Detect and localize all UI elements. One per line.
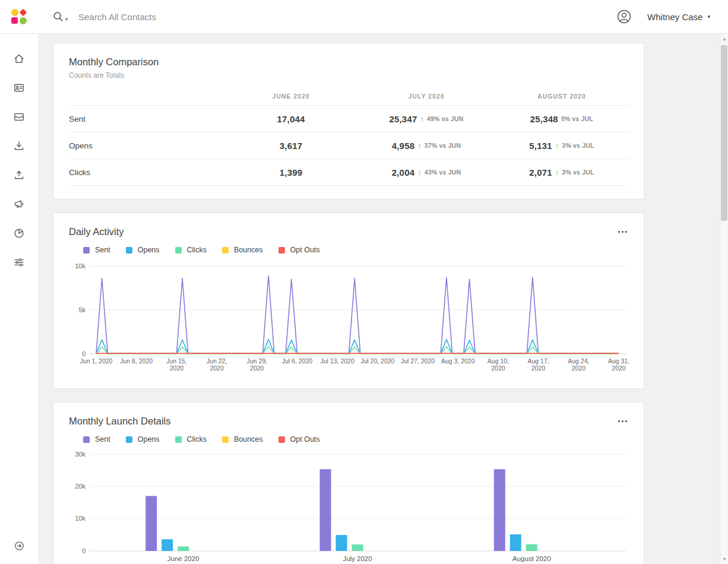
metric-delta: 49% vs JUN xyxy=(427,115,464,122)
more-options-icon[interactable] xyxy=(617,417,629,426)
legend-item-opens[interactable]: Opens xyxy=(126,435,160,443)
metric-value: 1,399 xyxy=(280,167,303,178)
svg-text:0: 0 xyxy=(82,547,86,555)
svg-text:30k: 30k xyxy=(75,451,86,458)
card-title: Daily Activity xyxy=(69,226,124,237)
metric-value: 17,044 xyxy=(277,114,305,124)
sidebar-item-settings[interactable] xyxy=(0,248,38,277)
comparison-row-sent: Sent17,04425,347↑49% vs JUN25,3480% vs J… xyxy=(69,106,628,132)
series-line-opens xyxy=(96,340,619,354)
svg-text:Jul 13, 2020: Jul 13, 2020 xyxy=(321,357,354,365)
daily-activity-card: Daily Activity SentOpensClicksBouncesOpt… xyxy=(53,213,644,389)
metric-delta: 3% vs JUL xyxy=(562,142,594,149)
svg-text:Aug 3, 2020: Aug 3, 2020 xyxy=(441,357,475,365)
card-title: Monthly Launch Details xyxy=(69,416,171,427)
svg-text:10k: 10k xyxy=(75,262,86,270)
legend-swatch-icon xyxy=(83,436,90,443)
metric-value: 25,348 xyxy=(530,114,558,124)
svg-text:Aug 31,2020: Aug 31,2020 xyxy=(608,357,629,372)
legend-label: Clicks xyxy=(187,435,207,443)
svg-text:Jun 22,2020: Jun 22,2020 xyxy=(207,357,227,372)
sidebar xyxy=(0,34,38,564)
comparison-header-june-2020: JUNE 2020 xyxy=(223,93,359,100)
legend-label: Sent xyxy=(95,246,110,254)
more-options-icon[interactable] xyxy=(617,227,629,237)
trend-up-icon: ↑ xyxy=(417,168,422,177)
legend-item-opt-outs[interactable]: Opt Outs xyxy=(278,435,320,443)
app-root: ▾ Whitney Case ▾ xyxy=(0,0,728,564)
svg-text:10k: 10k xyxy=(75,515,86,522)
legend-item-opens[interactable]: Opens xyxy=(126,246,160,254)
sidebar-item-home[interactable] xyxy=(0,44,38,73)
bar-sent-august-2020 xyxy=(494,469,505,551)
user-menu[interactable]: Whitney Case ▾ xyxy=(647,12,710,22)
legend-item-clicks[interactable]: Clicks xyxy=(175,435,207,443)
svg-text:5k: 5k xyxy=(78,306,86,313)
card-subtitle: Counts are Totals xyxy=(69,71,628,80)
bar-opens-august-2020 xyxy=(510,534,521,551)
home-icon xyxy=(13,53,25,65)
legend-item-bounces[interactable]: Bounces xyxy=(222,435,263,443)
svg-text:Aug 24,2020: Aug 24,2020 xyxy=(568,357,589,372)
sidebar-item-reports[interactable] xyxy=(0,218,38,248)
svg-text:Jun 8, 2020: Jun 8, 2020 xyxy=(120,357,153,365)
main-content: Monthly Comparison Counts are Totals JUN… xyxy=(38,34,720,564)
sidebar-item-import[interactable] xyxy=(0,131,38,160)
monthly-comparison-card: Monthly Comparison Counts are Totals JUN… xyxy=(53,43,644,199)
svg-text:June 2020: June 2020 xyxy=(167,555,200,562)
trend-up-icon: ↑ xyxy=(420,115,425,123)
metric-value: 5,131 xyxy=(529,141,552,151)
search-icon[interactable] xyxy=(52,11,64,23)
scrollbar-thumb[interactable] xyxy=(721,45,727,221)
legend-item-bounces[interactable]: Bounces xyxy=(222,246,263,254)
scrollbar-down-arrow[interactable]: ▼ xyxy=(720,555,728,563)
bar-clicks-august-2020 xyxy=(526,544,537,551)
legend-label: Opens xyxy=(138,246,160,254)
daily-activity-legend: SentOpensClicksBouncesOpt Outs xyxy=(83,246,628,254)
metric-cell: 5,131↑3% vs JUL xyxy=(494,141,629,151)
search-scope-caret-icon[interactable]: ▾ xyxy=(65,17,68,22)
bar-clicks-june-2020 xyxy=(178,546,189,551)
sidebar-item-announcements[interactable] xyxy=(0,189,38,218)
vertical-scrollbar[interactable]: ▲ ▼ xyxy=(720,34,728,564)
card-title: Monthly Comparison xyxy=(69,56,628,68)
legend-item-opt-outs[interactable]: Opt Outs xyxy=(278,246,320,254)
sidebar-item-contacts[interactable] xyxy=(0,73,38,102)
metric-label: Opens xyxy=(69,141,223,150)
app-logo[interactable] xyxy=(0,7,38,26)
metric-value: 3,617 xyxy=(280,141,303,151)
svg-text:Jul 20, 2020: Jul 20, 2020 xyxy=(360,357,394,365)
comparison-table: JUNE 2020JULY 2020AUGUST 2020 Sent17,044… xyxy=(69,87,628,186)
bar-sent-june-2020 xyxy=(145,496,157,551)
sidebar-item-export[interactable] xyxy=(0,160,38,189)
legend-item-clicks[interactable]: Clicks xyxy=(175,246,207,254)
legend-swatch-icon xyxy=(175,247,182,254)
bar-opens-july-2020 xyxy=(336,535,347,551)
search-bar[interactable]: ▾ xyxy=(52,11,616,23)
metric-delta: 0% vs JUL xyxy=(561,115,593,122)
trend-up-icon: ↑ xyxy=(555,168,559,177)
legend-swatch-icon xyxy=(278,247,285,254)
metric-cell: 17,044 xyxy=(223,114,359,124)
legend-label: Bounces xyxy=(234,435,263,443)
upload-icon xyxy=(13,169,25,181)
header-right: Whitney Case ▾ xyxy=(616,9,728,24)
daily-activity-chart: 05k10kJun 1, 2020Jun 8, 2020Jun 15,2020J… xyxy=(69,258,630,375)
legend-item-sent[interactable]: Sent xyxy=(83,246,110,254)
legend-swatch-icon xyxy=(83,247,90,254)
bar-opens-june-2020 xyxy=(162,539,173,551)
scrollbar-up-arrow[interactable]: ▲ xyxy=(720,34,728,43)
legend-item-sent[interactable]: Sent xyxy=(83,435,110,443)
monthly-launch-card: Monthly Launch Details SentOpensClicksBo… xyxy=(53,402,644,564)
monthly-launch-legend: SentOpensClicksBouncesOpt Outs xyxy=(83,435,628,443)
account-icon[interactable] xyxy=(616,9,632,24)
metric-value: 2,071 xyxy=(529,167,552,178)
svg-text:Jun 1, 2020: Jun 1, 2020 xyxy=(80,357,113,365)
search-input[interactable] xyxy=(78,12,334,22)
comparison-header-july-2020: JULY 2020 xyxy=(359,93,494,100)
sidebar-item-inbox[interactable] xyxy=(0,102,38,131)
comparison-row-opens: Opens3,6174,958↑37% vs JUN5,131↑3% vs JU… xyxy=(69,132,628,159)
sidebar-item-logout[interactable] xyxy=(0,531,38,560)
svg-text:Jun 29,2020: Jun 29,2020 xyxy=(247,357,267,372)
legend-swatch-icon xyxy=(278,436,285,443)
